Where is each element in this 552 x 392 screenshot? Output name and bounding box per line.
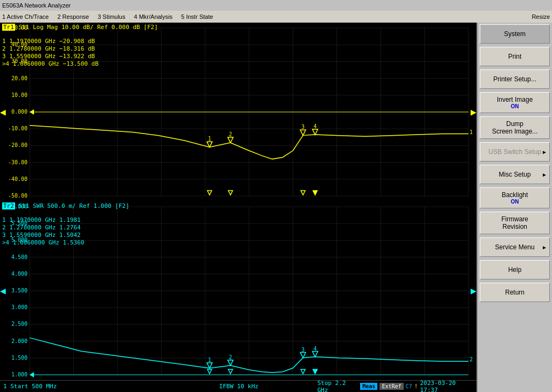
chart-area: Tr1 S11 Log Mag 10.00 dB/ Ref 0.000 dB [… <box>0 23 477 392</box>
usb-switch-setup-button[interactable]: USB Switch Setup ► <box>480 142 550 162</box>
right-scroll-arrow-top[interactable]: ▶ <box>471 108 477 116</box>
menu-stimulus[interactable]: 3 Stimulus <box>98 13 125 20</box>
menu-mkr-analysis[interactable]: 4 Mkr/Analysis <box>134 13 172 20</box>
status-ifbw: IFBW 10 kHz <box>160 383 317 390</box>
status-channel-badge: C? <box>406 383 412 389</box>
system-button[interactable]: System <box>480 24 550 44</box>
print-button[interactable]: Print <box>480 47 550 66</box>
return-button[interactable]: Return <box>480 283 550 302</box>
chart-bottom-markers: 1 1.1970000 GHz 1.1981 2 1.2780000 GHz 1… <box>2 216 84 247</box>
status-start: 1 Start 500 MHz <box>0 383 160 390</box>
service-menu-button[interactable]: Service Menu ► <box>480 237 550 257</box>
status-stop: Stop 2.2 GHz <box>318 380 358 393</box>
resize-button[interactable]: Resize <box>532 13 550 20</box>
menu-bar: 1 Active Ch/Trace 2 Response 3 Stimulus … <box>0 11 552 23</box>
invert-image-button[interactable]: Invert ImageON <box>480 92 550 113</box>
app-title: E5063A Network Analyzer <box>2 2 71 9</box>
status-warning-badge: ! <box>415 383 418 390</box>
menu-active-ch-trace[interactable]: 1 Active Ch/Trace <box>2 13 49 20</box>
chart-top-header: Tr1 S11 Log Mag 10.00 dB/ Ref 0.000 dB [… <box>2 24 158 31</box>
chart-top: Tr1 S11 Log Mag 10.00 dB/ Ref 0.000 dB [… <box>0 23 477 201</box>
printer-setup-button[interactable]: Printer Setup... <box>480 69 550 89</box>
firmware-revision-button[interactable]: FirmwareRevision <box>480 212 550 234</box>
chart-bottom: Tr2 S11 SWR 500.0 m/ Ref 1.000 [F2] 1 1.… <box>0 201 477 380</box>
help-button[interactable]: Help <box>480 260 550 279</box>
chart-top-markers: 1 1.1970000 GHz −20.908 dB 2 1.2780000 G… <box>2 38 99 68</box>
left-scroll-arrow[interactable]: ◀ <box>0 108 6 116</box>
status-datetime: 2023-03-20 17:37 <box>420 380 474 393</box>
status-extref-badge: ExtRef <box>380 383 403 390</box>
menu-items: 1 Active Ch/Trace 2 Response 3 Stimulus … <box>2 13 213 20</box>
menu-response[interactable]: 2 Response <box>57 13 89 20</box>
right-scroll-arrow-bottom[interactable]: ▶ <box>471 286 477 295</box>
status-meas-badge: Meas <box>360 383 377 390</box>
backlight-button[interactable]: BacklightON <box>480 187 550 208</box>
main-content: Tr1 S11 Log Mag 10.00 dB/ Ref 0.000 dB [… <box>0 23 552 392</box>
menu-instr-state[interactable]: 5 Instr State <box>181 13 213 20</box>
misc-setup-arrow: ► <box>542 172 547 178</box>
status-right: Stop 2.2 GHz Meas ExtRef C? ! 2023-03-20… <box>318 380 477 393</box>
chart-bottom-header: Tr2 S11 SWR 500.0 m/ Ref 1.000 [F2] <box>2 202 129 209</box>
left-scroll-arrow-bottom[interactable]: ◀ <box>0 286 6 295</box>
dump-screen-button[interactable]: DumpScreen Image... <box>480 116 550 139</box>
usb-switch-arrow: ► <box>542 149 547 155</box>
right-panel: System Print Printer Setup... Invert Ima… <box>477 23 552 392</box>
service-menu-arrow: ► <box>542 244 547 250</box>
status-bar: 1 Start 500 MHz IFBW 10 kHz Stop 2.2 GHz… <box>0 380 477 392</box>
title-bar: E5063A Network Analyzer <box>0 0 552 11</box>
misc-setup-button[interactable]: Misc Setup ► <box>480 165 550 184</box>
